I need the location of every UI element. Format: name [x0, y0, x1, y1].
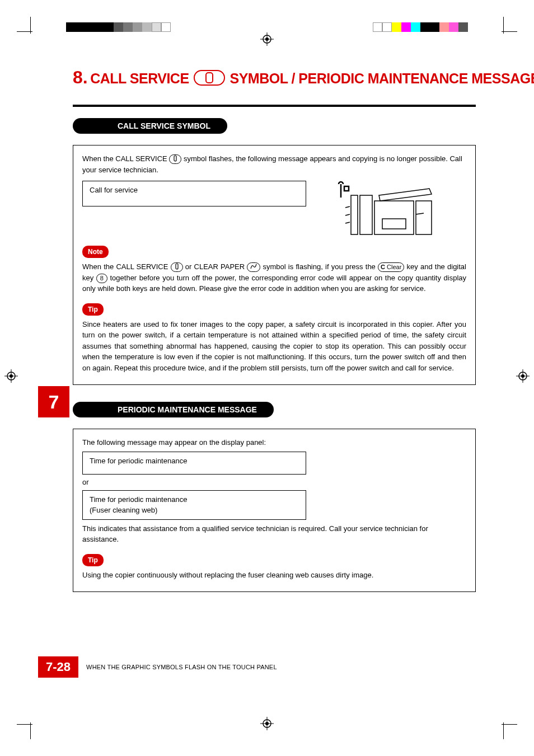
chapter-number: 8. [73, 67, 88, 87]
svg-rect-17 [351, 195, 358, 234]
register-target-icon [260, 32, 274, 46]
note-label: Note [82, 246, 109, 258]
display-message-line1: Time for periodic maintenance [90, 494, 299, 505]
chapter-title: 8. CALL SERVICE SYMBOL / PERIODIC MAINTE… [73, 67, 476, 88]
svg-rect-22 [344, 186, 349, 191]
display-message: Time for periodic maintenance [90, 457, 187, 465]
tip-label: Tip [82, 303, 104, 316]
call-service-box: When the CALL SERVICE symbol flashes, th… [73, 145, 476, 385]
svg-rect-16 [174, 156, 176, 161]
svg-rect-18 [360, 195, 372, 234]
intro-text: When the CALL SERVICE symbol flashes, th… [82, 153, 466, 175]
maintenance-box: The following message may appear on the … [73, 429, 476, 592]
or-text: or [82, 477, 466, 488]
assist-text: This indicates that assistance from a qu… [82, 523, 466, 545]
register-target-bottom-icon [260, 717, 274, 730]
service-icon [171, 262, 183, 272]
color-bar-left [66, 22, 171, 32]
crop-mark [17, 31, 32, 32]
tip-label: Tip [82, 554, 104, 566]
display-message-box: Time for periodic maintenance [82, 452, 306, 475]
register-target-right-icon [516, 369, 530, 383]
page-content: 8. CALL SERVICE SYMBOL / PERIODIC MAINTE… [73, 67, 476, 609]
service-icon [169, 154, 181, 164]
section-heading-call-service: CALL SERVICE SYMBOL [73, 118, 227, 134]
digit-8-key-icon: 8 [96, 274, 107, 283]
print-registration-marks [0, 22, 534, 45]
page-footer: 7-28 WHEN THE GRAPHIC SYMBOLS FLASH ON T… [38, 656, 277, 678]
svg-rect-23 [176, 264, 178, 269]
footer-caption: WHEN THE GRAPHIC SYMBOLS FLASH ON THE TO… [86, 664, 277, 670]
copier-diagram-icon [317, 179, 441, 240]
note-text: When the CALL SERVICE or CLEAR PAPER sym… [82, 261, 466, 294]
crop-mark [30, 722, 31, 739]
crop-mark [17, 724, 32, 725]
clear-paper-icon [247, 262, 260, 272]
crop-mark [502, 31, 517, 32]
display-message-line2: (Fuser cleaning web) [90, 505, 299, 516]
display-message: Call for service [90, 186, 138, 194]
title-rule [73, 105, 476, 107]
tip-text-2: Using the copier continuously without re… [82, 570, 466, 581]
chapter-text-2: SYMBOL / PERIODIC MAINTENANCE MESSAGE [230, 71, 535, 86]
crop-mark [502, 724, 517, 725]
display-message-box: Call for service [82, 181, 306, 206]
page-number: 7-28 [38, 656, 78, 678]
display-message-box: Time for periodic maintenance (Fuser cle… [82, 490, 306, 520]
crop-mark [503, 722, 504, 739]
svg-rect-19 [374, 201, 414, 234]
register-target-left-icon [4, 369, 18, 383]
svg-rect-21 [382, 219, 406, 229]
c-clear-key-icon: C Clear [378, 262, 404, 272]
chapter-side-tab: 7 [38, 386, 69, 417]
color-bar-right [373, 22, 468, 32]
tip-text: Since heaters are used to fix toner imag… [82, 319, 466, 374]
section-heading-maintenance: PERIODIC MAINTENANCE MESSAGE [73, 402, 274, 417]
service-symbol-icon [194, 70, 225, 86]
svg-rect-20 [416, 201, 432, 234]
maint-intro: The following message may appear on the … [82, 437, 466, 448]
chapter-text-1: CALL SERVICE [90, 71, 189, 86]
